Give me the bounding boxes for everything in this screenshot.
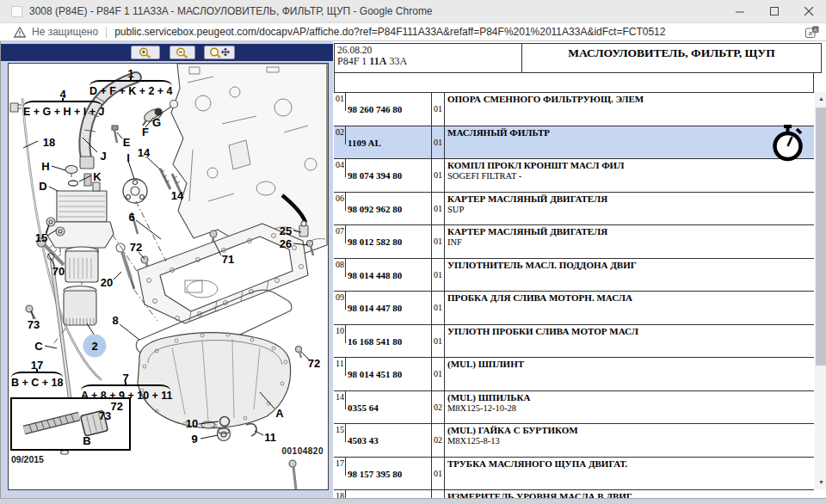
table-row[interactable]: 1198 014 451 8001(MUL) ШПЛИНТ [334,358,814,391]
diagram-callout-B[interactable]: B [83,435,90,446]
diagram-callout-11[interactable]: 11 [264,432,276,443]
diagram-callout-15[interactable]: 15 [35,232,47,243]
minimize-icon [736,7,745,16]
diagram-callout-73[interactable]: 73 [28,319,40,330]
part-number: 1109 AL [348,138,381,148]
part-description: КАРТЕР МАСЛЯНЫЙ ДВИГАТЕЛЯ [447,226,814,237]
close-icon [804,7,814,16]
brace-line [11,372,63,378]
diagram-callout-18[interactable]: 18 [43,137,55,148]
qty-cell: 01 [432,358,445,390]
desc-cell: ОПОРА СМЕННОГО ФИЛЬТРУЮЩ. ЭЛЕМ [445,93,814,126]
part-subtext: M8X125-12-10-28 [447,403,814,413]
scroll-down-arrow-icon[interactable]: ▼ [815,476,826,489]
part-cell: 0798 012 582 80 [334,225,432,258]
diagram-callout-G[interactable]: G [152,117,161,128]
part-cell: 0698 092 962 80 [334,193,432,225]
diagram-callout-9[interactable]: 9 [191,433,197,445]
row-number: 08 [334,259,346,277]
diagram-callout-E[interactable]: E [123,137,131,148]
part-cell: 0498 074 394 80 [334,159,432,192]
table-row[interactable]: 1016 168 541 8001УПЛОТН ПРОБКИ СЛИВА МОТ… [334,325,814,359]
qty-cell: 01 [432,93,445,126]
close-button[interactable] [792,0,826,23]
brace-tick [125,382,126,385]
diagram-callout-H[interactable]: H [41,161,49,172]
row-number: 07 [334,225,346,243]
brace-tick [36,369,38,372]
diagram-callout-72[interactable]: 72 [130,242,142,253]
desc-cell: ТРУБКА МАСЛЯНОГО ЩУПА ДВИГАТ. [445,458,814,490]
diagram-callout-14[interactable]: 14 [171,190,183,201]
scroll-up-arrow-icon[interactable]: ▲ [815,92,826,106]
zoom-in-button[interactable] [131,46,160,59]
minimize-button[interactable] [723,0,757,23]
diagram-canvas[interactable]: 1D + F + K + 2 + 44E + G + H + I + J17B … [8,63,329,490]
address-bar[interactable]: Не защищено public.servicebox.peugeot.co… [0,23,826,41]
diagram-callout-6[interactable]: 6 [128,212,134,223]
url-text[interactable]: public.servicebox.peugeot.com/docapvAP/a… [114,26,826,38]
diagram-callout-72[interactable]: 72 [308,358,320,369]
diagram-callout-A[interactable]: A [275,408,283,419]
part-cell: 021109 AL [334,126,432,159]
table-row[interactable]: 021109 AL01МАСЛЯНЫЙ ФИЛЬТР [334,126,814,160]
qty-cell: 01 [432,193,445,225]
zoom-in-icon [137,47,154,58]
diagram-callout-8[interactable]: 8 [112,315,118,326]
part-number: 98 092 962 80 [348,204,402,214]
maximize-button[interactable] [757,0,792,23]
diagram-callout-71[interactable]: 71 [222,254,234,265]
part-description: КАРТЕР МАСЛЯНЫЙ ДВИГАТЕЛЯ [447,194,814,204]
part-description: УПЛОТН ПРОБКИ СЛИВА МОТОР МАСЛ [447,326,814,336]
part-cell: 0198 260 746 80 [334,93,432,126]
table-row[interactable]: 0498 074 394 8001КОМПЛ ПРОКЛ КРОНШТ МАСЛ… [334,159,814,193]
not-secure-warning-icon[interactable] [14,27,26,38]
diagram-callout-C[interactable]: C [34,341,42,352]
diagram-callout-20[interactable]: 20 [101,277,113,288]
svg-text:a: a [808,29,812,37]
diagram-callout-I[interactable]: I [126,152,130,163]
brace-formula: A + 8 + 9 + 10 + 11 [81,390,170,402]
address-divider [106,27,107,38]
diagram-callout-14[interactable]: 14 [138,147,150,158]
stopwatch-icon [770,125,806,163]
scrollbar-thumb[interactable] [816,108,826,366]
diagram-callout-26[interactable]: 26 [280,238,292,249]
diagram-callout-D[interactable]: D [39,181,46,192]
diagram-callout-73[interactable]: 73 [99,410,111,421]
brace-line [23,101,102,107]
table-row[interactable]: 0998 014 447 8001ПРОБКА ДЛЯ СЛИВА МОТОРН… [334,292,814,325]
row-number: 11 [334,358,346,376]
qty-cell: 01 [432,126,445,159]
desc-cell: (MUL) ШПЛИНТ [445,358,814,390]
security-label[interactable]: Не защищено [32,26,98,38]
diagram-callout-25[interactable]: 25 [280,225,292,237]
table-row[interactable]: 0898 014 448 8001УПЛОТНИТЕЛЬ МАСЛ. ПОДДО… [334,259,814,292]
translate-icon[interactable]: aA [805,26,819,42]
table-row[interactable]: 140355 6402(MUL) ШПИЛЬКАM8X125-12-10-28 [334,391,814,425]
diagram-callout-F[interactable]: F [142,126,149,138]
table-row[interactable]: 1798 157 395 8001ТРУБКА МАСЛЯНОГО ЩУПА Д… [334,458,814,491]
part-subtext: INF [447,237,814,247]
table-row[interactable]: 0198 260 746 8001ОПОРА СМЕННОГО ФИЛЬТРУЮ… [334,93,814,126]
diagram-callout-2[interactable]: 2 [83,335,107,358]
brace-tick [62,98,64,101]
diagram-callout-J[interactable]: J [100,151,106,162]
diagram-callout-10[interactable]: 10 [186,418,198,429]
table-scrollbar[interactable]: ▲ ▼ [815,92,826,489]
row-number: 04 [334,159,346,177]
table-row[interactable]: 154503 4302(MUL) ГАЙКА С БУРТИКОМM8X125-… [334,424,814,458]
part-number: 16 168 541 80 [348,336,402,347]
table-row[interactable]: 0698 092 962 8001КАРТЕР МАСЛЯНЫЙ ДВИГАТЕ… [334,193,814,226]
qty-cell: 01 [432,259,445,292]
zoom-pan-button[interactable] [204,46,235,59]
part-cell: 0898 014 448 80 [334,259,432,292]
diagram-callout-70[interactable]: 70 [52,266,65,277]
desc-cell: (MUL) ШПИЛЬКАM8X125-12-10-28 [445,391,814,424]
desc-cell: МАСЛЯНЫЙ ФИЛЬТР [445,126,814,159]
table-row[interactable]: 0798 012 582 8001КАРТЕР МАСЛЯНЫЙ ДВИГАТЕ… [334,225,814,259]
diagram-callout-K[interactable]: K [93,171,101,182]
zoom-out-button[interactable] [170,46,195,59]
part-description: ТРУБКА МАСЛЯНОГО ЩУПА ДВИГАТ. [447,458,814,469]
part-cell: 1798 157 395 80 [334,458,432,490]
